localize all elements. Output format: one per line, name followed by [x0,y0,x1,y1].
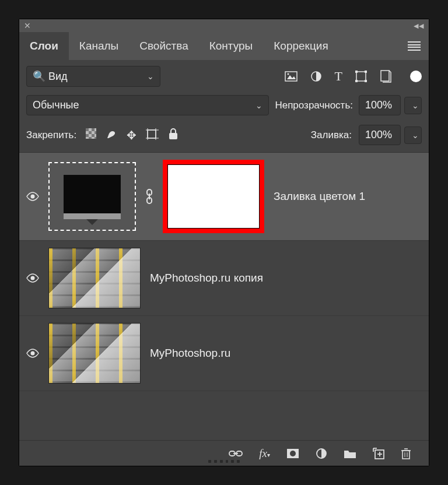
adjust-filter-icon[interactable] [310,71,322,82]
adjustment-icon[interactable] [316,448,327,459]
svg-rect-15 [169,133,177,139]
visibility-icon[interactable] [26,273,39,283]
type-filter-icon[interactable]: T [335,69,342,84]
svg-rect-4 [356,72,366,81]
visibility-icon[interactable] [26,349,39,358]
svg-marker-1 [287,75,296,79]
lock-transparency-icon[interactable] [86,128,96,142]
link-mask-icon[interactable] [145,189,153,204]
mask-icon[interactable] [286,448,299,459]
layer-row[interactable]: MyPhotoshop.ru [19,316,429,391]
tab-adjustments[interactable]: Коррекция [263,32,338,60]
svg-rect-10 [148,130,156,138]
svg-rect-33 [402,451,410,459]
svg-rect-0 [285,72,297,81]
svg-rect-9 [381,71,389,81]
filter-icons: T [285,69,422,84]
layer-row[interactable]: MyPhotoshop.ru копия [19,241,429,316]
link-icon[interactable] [229,449,243,458]
lock-paint-icon[interactable] [106,128,117,142]
image-filter-icon[interactable] [285,71,298,82]
panel-body: 🔍 Вид ⌄ T О [19,60,429,466]
svg-point-2 [287,73,289,75]
fill-input[interactable]: 100% [359,125,401,145]
visibility-icon[interactable] [26,192,39,201]
tab-channels[interactable]: Каналы [69,32,129,60]
fx-icon[interactable]: fx▾ [259,447,270,460]
svg-rect-7 [355,80,358,82]
shape-filter-icon[interactable] [355,71,367,82]
chevron-down-icon: ⌄ [256,101,262,110]
group-icon[interactable] [344,448,356,459]
layer-thumbnail[interactable] [48,323,141,384]
tabs-bar: Слои Каналы Свойства Контуры Коррекция [19,32,429,60]
opacity-label: Непрозрачность: [275,100,353,111]
lock-icons: ✥ [86,128,178,142]
lock-artboard-icon[interactable] [146,128,159,142]
blend-row: Обычные ⌄ Непрозрачность: 100% ⌄ [19,93,429,121]
collapse-icon[interactable]: ◀◀ [414,22,424,30]
panel-menu-icon[interactable] [408,41,421,51]
layer-name[interactable]: MyPhotoshop.ru [150,347,422,360]
filter-row: 🔍 Вид ⌄ T [19,60,429,93]
trash-icon[interactable] [401,448,411,459]
svg-rect-8 [365,80,367,82]
tab-paths[interactable]: Контуры [199,32,264,60]
layer-row[interactable]: Заливка цветом 1 [19,153,429,241]
layer-mask-thumbnail[interactable] [163,160,264,233]
kind-select[interactable]: 🔍 Вид ⌄ [26,66,160,87]
layer-name[interactable]: Заливка цветом 1 [274,190,422,203]
filter-toggle[interactable] [410,71,422,82]
svg-rect-6 [365,71,367,73]
layer-thumbnail[interactable] [48,248,141,308]
svg-point-21 [31,352,35,356]
newlayer-icon[interactable] [373,448,384,459]
svg-rect-5 [355,71,358,73]
close-icon[interactable]: ✕ [24,21,31,30]
fill-label: Заливка: [311,129,352,141]
layer-thumbnail[interactable] [48,162,136,231]
svg-point-16 [31,195,35,199]
resize-grip[interactable] [208,460,240,463]
lock-all-icon[interactable] [168,128,178,142]
layers-panel: ✕ ◀◀ Слои Каналы Свойства Контуры Коррек… [19,19,429,466]
kind-label: Вид [48,71,68,82]
blend-mode-select[interactable]: Обычные ⌄ [26,95,269,115]
svg-point-20 [31,276,35,280]
blend-mode-label: Обычные [33,99,79,111]
lock-move-icon[interactable]: ✥ [127,128,136,142]
tab-properties[interactable]: Свойства [129,32,198,60]
layers-list: Заливка цветом 1 MyPhotoshop.ru копия My… [19,152,429,440]
opacity-input[interactable]: 100% [359,95,401,115]
tab-layers[interactable]: Слои [19,32,69,60]
smart-filter-icon[interactable] [380,70,391,83]
chevron-down-icon: ⌄ [147,72,154,81]
panel-titlebar: ✕ ◀◀ [19,19,429,32]
layer-name[interactable]: MyPhotoshop.ru копия [150,272,422,284]
lock-label: Закрепить: [26,129,76,141]
fill-stepper[interactable]: ⌄ [404,126,422,144]
opacity-stepper[interactable]: ⌄ [404,97,422,114]
svg-point-26 [290,451,296,456]
lock-row: Закрепить: ✥ Заливка: 100% ⌄ [19,121,429,152]
